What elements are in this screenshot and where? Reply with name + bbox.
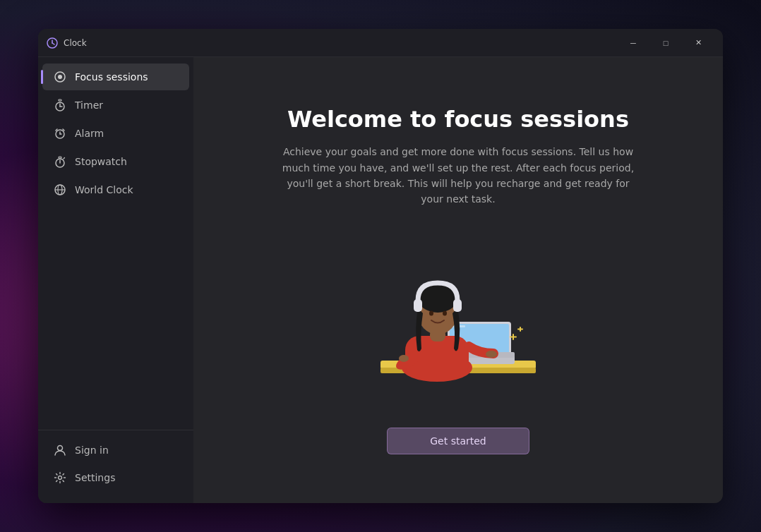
welcome-title: Welcome to focus sessions xyxy=(287,106,629,133)
worldclock-icon xyxy=(54,183,66,196)
sidebar-bottom: Sign in Settings xyxy=(38,430,193,497)
sidebar-item-timer[interactable]: Timer xyxy=(42,92,189,119)
svg-rect-13 xyxy=(59,157,61,158)
maximize-button[interactable]: □ xyxy=(649,32,682,54)
sidebar-item-sign-in[interactable]: Sign in xyxy=(42,437,189,464)
timer-icon xyxy=(54,99,66,111)
svg-point-19 xyxy=(59,476,62,480)
welcome-description: Achieve your goals and get more done wit… xyxy=(275,144,642,207)
content-area: Focus sessions Timer xyxy=(38,57,723,503)
sidebar: Focus sessions Timer xyxy=(38,57,193,503)
sidebar-item-stopwatch[interactable]: Stopwatch xyxy=(42,148,189,175)
app-logo-icon xyxy=(47,37,58,49)
focus-icon xyxy=(54,71,66,83)
stopwatch-icon xyxy=(54,155,66,168)
signin-icon xyxy=(54,444,66,457)
svg-rect-5 xyxy=(59,99,61,101)
close-button[interactable]: ✕ xyxy=(682,32,714,54)
sidebar-label-timer: Timer xyxy=(75,99,103,111)
sidebar-label-sign-in: Sign in xyxy=(75,445,109,456)
sidebar-item-world-clock[interactable]: World Clock xyxy=(42,176,189,203)
svg-point-35 xyxy=(429,310,433,315)
svg-point-4 xyxy=(58,75,62,79)
svg-point-36 xyxy=(443,310,447,315)
illustration-svg xyxy=(338,230,578,399)
sidebar-label-focus-sessions: Focus sessions xyxy=(75,71,148,83)
svg-line-14 xyxy=(64,158,65,159)
titlebar-title: Clock xyxy=(64,38,87,48)
sidebar-item-focus-sessions[interactable]: Focus sessions xyxy=(42,64,189,90)
svg-rect-37 xyxy=(414,299,422,312)
app-window: Clock ─ □ ✕ Focus sessions xyxy=(38,29,723,503)
sidebar-item-alarm[interactable]: Alarm xyxy=(42,120,189,147)
svg-point-18 xyxy=(58,446,63,451)
settings-icon xyxy=(54,471,66,484)
svg-point-30 xyxy=(486,351,497,358)
sidebar-label-world-clock: World Clock xyxy=(75,184,133,195)
svg-point-31 xyxy=(399,355,409,362)
main-content: Welcome to focus sessions Achieve your g… xyxy=(193,57,723,503)
sidebar-label-settings: Settings xyxy=(75,472,115,483)
titlebar-left: Clock xyxy=(47,37,617,49)
minimize-button[interactable]: ─ xyxy=(617,32,649,54)
get-started-button[interactable]: Get started xyxy=(387,428,529,454)
titlebar-controls: ─ □ ✕ xyxy=(617,32,714,54)
sidebar-label-stopwatch: Stopwatch xyxy=(75,156,127,167)
svg-line-2 xyxy=(52,43,54,44)
focus-illustration xyxy=(338,230,578,399)
titlebar: Clock ─ □ ✕ xyxy=(38,29,723,57)
svg-rect-38 xyxy=(453,299,462,312)
sidebar-item-settings[interactable]: Settings xyxy=(42,464,189,491)
alarm-icon xyxy=(54,127,66,140)
sidebar-label-alarm: Alarm xyxy=(75,128,104,139)
